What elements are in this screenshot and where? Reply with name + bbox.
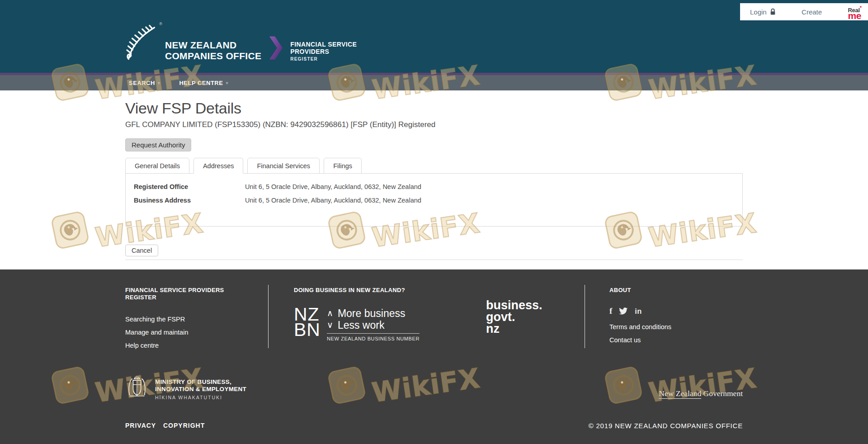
- nzbn-less-text: Less work: [338, 319, 385, 331]
- footer-link-searching-fspr[interactable]: Searching the FSPR: [125, 316, 234, 323]
- registered-office-label: Registered Office: [134, 183, 245, 190]
- tab-addresses[interactable]: Addresses: [193, 158, 244, 174]
- create-button[interactable]: Create: [802, 8, 822, 16]
- fsp-summary: GFL COMPANY LIMITED (FSP153305) (NZBN: 9…: [125, 120, 743, 129]
- nav-help-centre[interactable]: HELP CENTRE ▾: [179, 80, 228, 86]
- nzbn-more-text: More business: [338, 307, 406, 319]
- brand-line-2: COMPANIES OFFICE: [165, 51, 261, 61]
- silver-fern-icon: ®: [125, 24, 158, 62]
- facebook-icon[interactable]: f: [609, 306, 612, 316]
- register-wordmark: FINANCIAL SERVICE PROVIDERS REGISTER: [290, 41, 357, 62]
- page-title: View FSP Details: [125, 99, 743, 117]
- purple-chevron-icon: [269, 36, 283, 62]
- business-address-label: Business Address: [134, 197, 245, 204]
- doing-business-heading: DOING BUSINESS IN NEW ZEALAND?: [294, 287, 420, 294]
- bgn-line-1: business.: [486, 299, 542, 311]
- bgn-line-3: nz: [486, 323, 542, 335]
- brand-wordmark: NEW ZEALAND COMPANIES OFFICE: [165, 40, 261, 62]
- table-row: Business Address Unit 6, 5 Oracle Drive,…: [126, 194, 742, 207]
- companies-office-logo[interactable]: ® NEW ZEALAND COMPANIES OFFICE FINANCIAL…: [125, 24, 357, 62]
- business-address-value: Unit 6, 5 Oracle Drive, Albany, Auckland…: [245, 197, 421, 204]
- mbie-wordmark: MINISTRY OF BUSINESS, INNOVATION & EMPLO…: [155, 378, 246, 400]
- footer-link-contact-us[interactable]: Contact us: [609, 336, 671, 344]
- nzbn-logo[interactable]: NZ BN ∧ More business ∨ Less work NEW ZE…: [294, 307, 420, 341]
- nzbn-tagline-block: ∧ More business ∨ Less work NEW ZEALAND …: [327, 307, 420, 341]
- privacy-link[interactable]: PRIVACY: [125, 422, 156, 429]
- create-label: Create: [802, 8, 822, 16]
- nz-government-logo[interactable]: New Zealand Government: [659, 389, 743, 398]
- fsp-tabs: General Details Addresses Financial Serv…: [125, 158, 743, 174]
- footer-divider: [268, 285, 269, 348]
- auth-box: Login Create Real* me: [740, 3, 868, 20]
- footer-divider: [585, 285, 585, 348]
- nz-government-rest: Government: [701, 389, 743, 398]
- realme-me-text: me: [848, 14, 862, 18]
- footer-link-help-centre[interactable]: Help centre: [125, 342, 234, 349]
- tab-filings[interactable]: Filings: [324, 158, 362, 174]
- nav-search-label: SEARCH: [129, 80, 155, 86]
- mbie-logo: MINISTRY OF BUSINESS, INNOVATION & EMPLO…: [125, 375, 246, 403]
- addresses-panel: Registered Office Unit 6, 5 Oracle Drive…: [125, 173, 743, 227]
- register-line-2: PROVIDERS: [290, 48, 357, 55]
- tab-general-details[interactable]: General Details: [125, 158, 189, 174]
- bgn-line-2: govt.: [486, 311, 542, 323]
- copyright-notice: © 2019 NEW ZEALAND COMPANIES OFFICE: [589, 422, 743, 430]
- linkedin-icon[interactable]: in: [635, 307, 642, 316]
- site-header: ® NEW ZEALAND COMPANIES OFFICE FINANCIAL…: [0, 0, 868, 73]
- business-govt-nz-logo[interactable]: business. govt. nz: [486, 299, 542, 335]
- content-divider: [125, 260, 743, 260]
- footer-about-column: ABOUT f in Terms and conditions Contact …: [609, 287, 671, 350]
- trademark-symbol: ®: [159, 22, 162, 26]
- table-row: Registered Office Unit 6, 5 Oracle Drive…: [126, 180, 742, 194]
- footer-fspr-heading: FINANCIAL SERVICE PROVIDERS REGISTER: [125, 287, 234, 301]
- footer-link-manage-maintain[interactable]: Manage and maintain: [125, 329, 234, 336]
- realme-logo[interactable]: Real* me: [848, 5, 862, 18]
- main-nav: SEARCH ▾ HELP CENTRE ▾: [0, 75, 868, 90]
- coat-of-arms-icon: [125, 375, 149, 403]
- login-label: Login: [750, 8, 767, 16]
- footer-link-terms[interactable]: Terms and conditions: [609, 323, 671, 331]
- wikifx-eagle-icon: [55, 215, 85, 245]
- about-heading: ABOUT: [609, 287, 671, 294]
- cancel-button[interactable]: Cancel: [125, 245, 158, 256]
- copyright-link[interactable]: COPYRIGHT: [163, 422, 205, 429]
- nav-search[interactable]: SEARCH ▾: [129, 80, 160, 86]
- login-button[interactable]: Login: [750, 8, 776, 16]
- register-line-3: REGISTER: [290, 57, 357, 61]
- chevron-down-icon: ▾: [158, 80, 160, 85]
- lock-icon: [770, 8, 776, 15]
- request-authority-button[interactable]: Request Authority: [125, 138, 191, 151]
- mbie-line-3: HĪKINA WHAKATUTUKI: [155, 395, 246, 400]
- site-footer: FINANCIAL SERVICE PROVIDERS REGISTER Sea…: [0, 269, 868, 444]
- nzbn-subtitle: NEW ZEALAND BUSINESS NUMBER: [327, 333, 420, 341]
- tab-financial-services[interactable]: Financial Services: [247, 158, 320, 174]
- footer-business-column: DOING BUSINESS IN NEW ZEALAND? NZ BN ∧ M…: [294, 287, 420, 341]
- wikifx-logo-tile: [50, 210, 90, 250]
- chevron-down-icon: ▾: [226, 80, 228, 85]
- caret-down-icon: ∨: [327, 319, 333, 331]
- caret-up-icon: ∧: [327, 307, 333, 319]
- mbie-line-1: MINISTRY OF BUSINESS,: [155, 378, 246, 386]
- footer-fspr-column: FINANCIAL SERVICE PROVIDERS REGISTER Sea…: [125, 287, 234, 355]
- twitter-icon[interactable]: [619, 307, 628, 315]
- registered-office-value: Unit 6, 5 Oracle Drive, Albany, Auckland…: [245, 183, 421, 190]
- mbie-line-2: INNOVATION & EMPLOYMENT: [155, 386, 246, 393]
- brand-line-1: NEW ZEALAND: [165, 40, 261, 51]
- nzbn-letters: NZ BN: [294, 307, 321, 337]
- nav-help-label: HELP CENTRE: [179, 80, 223, 86]
- main-content: View FSP Details GFL COMPANY LIMITED (FS…: [125, 90, 743, 260]
- realme-star-icon: *: [860, 5, 862, 10]
- nz-government-underlined: New Zealand: [659, 389, 701, 399]
- social-icons: f in: [609, 306, 671, 316]
- register-line-1: FINANCIAL SERVICE: [290, 41, 357, 48]
